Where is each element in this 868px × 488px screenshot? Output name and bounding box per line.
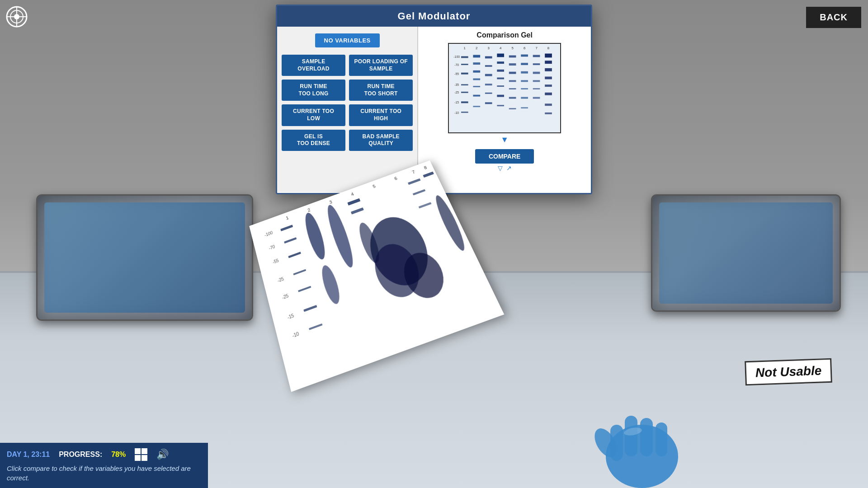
svg-rect-74 xyxy=(545,103,552,106)
eye-icon[interactable] xyxy=(5,5,28,28)
app-title: Gel Modulator xyxy=(398,10,471,22)
svg-rect-49 xyxy=(509,63,516,66)
svg-text:-25: -25 xyxy=(454,91,459,94)
monitor: Gel Modulator NO VARIABLES SAMPLEOVERLOA… xyxy=(276,5,592,194)
variable-buttons-grid: SAMPLEOVERLOAD POOR LOADING OFSAMPLE RUN… xyxy=(282,55,413,151)
progress-label: PROGRESS: xyxy=(59,450,102,459)
poor-loading-button[interactable]: POOR LOADING OFSAMPLE xyxy=(349,55,413,76)
current-high-button[interactable]: CURRENT TOOHIGH xyxy=(349,104,413,126)
svg-rect-59 xyxy=(521,88,528,89)
svg-text:4: 4 xyxy=(500,46,502,50)
no-variables-button[interactable]: NO VARIABLES xyxy=(315,33,380,47)
svg-rect-46 xyxy=(497,95,504,97)
bad-sample-button[interactable]: BAD SAMPLEQUALITY xyxy=(349,130,413,151)
back-button[interactable]: BACK xyxy=(806,7,861,28)
runtime-long-button[interactable]: RUN TIMETOO LONG xyxy=(282,80,345,101)
svg-rect-52 xyxy=(509,88,516,89)
svg-rect-70 xyxy=(545,68,552,71)
svg-rect-43 xyxy=(497,70,504,72)
svg-rect-21 xyxy=(461,56,468,58)
current-low-button[interactable]: CURRENT TOOLOW xyxy=(282,104,345,126)
svg-rect-34 xyxy=(473,106,481,107)
day-time: DAY 1, 23:11 xyxy=(7,450,50,459)
svg-rect-44 xyxy=(497,77,504,79)
svg-rect-26 xyxy=(461,101,468,103)
svg-rect-66 xyxy=(533,88,540,89)
grid-icon[interactable] xyxy=(135,448,147,461)
gel-panel: Comparison Gel 1 2 3 4 5 6 7 8 -100 -70 xyxy=(418,27,591,192)
svg-rect-48 xyxy=(509,55,516,57)
sound-icon[interactable]: 🔊 xyxy=(156,449,169,460)
svg-rect-47 xyxy=(497,105,504,106)
svg-rect-41 xyxy=(497,54,504,57)
svg-rect-39 xyxy=(485,93,492,94)
svg-rect-29 xyxy=(473,62,481,65)
svg-rect-31 xyxy=(473,78,481,80)
gel-image: 1 2 3 4 5 6 7 8 -100 -70 -55 -35 -25 -15… xyxy=(448,43,561,133)
monitor-header: Gel Modulator xyxy=(277,6,591,27)
svg-rect-22 xyxy=(461,64,468,65)
svg-rect-51 xyxy=(509,80,516,82)
svg-text:-55: -55 xyxy=(454,72,459,75)
svg-rect-68 xyxy=(545,54,552,58)
runtime-short-button[interactable]: RUN TIMETOO SHORT xyxy=(349,80,413,101)
svg-rect-115 xyxy=(625,416,637,456)
svg-rect-71 xyxy=(545,77,552,80)
svg-text:7: 7 xyxy=(536,46,538,50)
svg-rect-23 xyxy=(461,73,468,75)
compare-icons: ▽ ↗ xyxy=(498,164,512,172)
svg-rect-30 xyxy=(473,70,481,73)
right-tray xyxy=(651,194,841,312)
svg-rect-117 xyxy=(656,422,667,456)
progress-value: 78% xyxy=(111,450,126,459)
svg-rect-27 xyxy=(461,112,468,113)
svg-rect-36 xyxy=(485,65,492,67)
gloved-hand xyxy=(574,352,710,488)
compare-label: COMPARE xyxy=(489,153,521,160)
svg-rect-33 xyxy=(473,95,481,97)
svg-text:2: 2 xyxy=(476,46,477,50)
status-top-row: DAY 1, 23:11 PROGRESS: 78% 🔊 xyxy=(7,448,201,461)
svg-text:8: 8 xyxy=(547,46,550,50)
svg-rect-38 xyxy=(485,84,492,85)
svg-rect-35 xyxy=(485,56,492,58)
svg-rect-64 xyxy=(533,72,540,74)
comparison-title: Comparison Gel xyxy=(476,31,533,39)
compare-button[interactable]: COMPARE xyxy=(475,149,534,164)
svg-rect-53 xyxy=(509,97,516,99)
not-usable-label: Not Usable xyxy=(745,358,832,386)
svg-rect-55 xyxy=(521,55,528,57)
compare-icon-right: ↗ xyxy=(506,164,512,172)
gel-dense-button[interactable]: GEL ISTOO DENSE xyxy=(282,130,345,151)
svg-rect-50 xyxy=(509,72,516,74)
svg-rect-62 xyxy=(533,55,540,57)
svg-rect-32 xyxy=(473,86,481,87)
svg-rect-60 xyxy=(521,97,528,99)
svg-rect-57 xyxy=(521,71,528,74)
svg-text:-100: -100 xyxy=(453,55,460,58)
compare-arrow: ▼ xyxy=(500,135,509,145)
svg-rect-116 xyxy=(640,418,653,456)
svg-rect-61 xyxy=(521,107,528,108)
svg-text:1: 1 xyxy=(464,46,466,50)
svg-rect-67 xyxy=(533,97,540,99)
svg-rect-75 xyxy=(545,113,552,114)
svg-rect-42 xyxy=(497,61,504,64)
left-tray xyxy=(36,194,253,321)
svg-rect-37 xyxy=(485,74,492,76)
svg-text:-70: -70 xyxy=(454,63,459,66)
variables-panel: NO VARIABLES SAMPLEOVERLOAD POOR LOADING… xyxy=(277,27,418,192)
svg-text:6: 6 xyxy=(524,46,526,50)
svg-text:-15: -15 xyxy=(454,101,459,104)
svg-rect-28 xyxy=(473,55,481,58)
svg-rect-69 xyxy=(545,61,552,64)
svg-rect-56 xyxy=(521,63,528,65)
svg-rect-54 xyxy=(509,108,516,109)
svg-rect-58 xyxy=(521,80,528,82)
svg-rect-25 xyxy=(461,92,468,93)
svg-rect-65 xyxy=(533,80,540,82)
svg-text:-35: -35 xyxy=(454,83,459,86)
svg-rect-40 xyxy=(485,102,492,104)
monitor-body: NO VARIABLES SAMPLEOVERLOAD POOR LOADING… xyxy=(277,27,591,192)
sample-overload-button[interactable]: SAMPLEOVERLOAD xyxy=(282,55,345,76)
